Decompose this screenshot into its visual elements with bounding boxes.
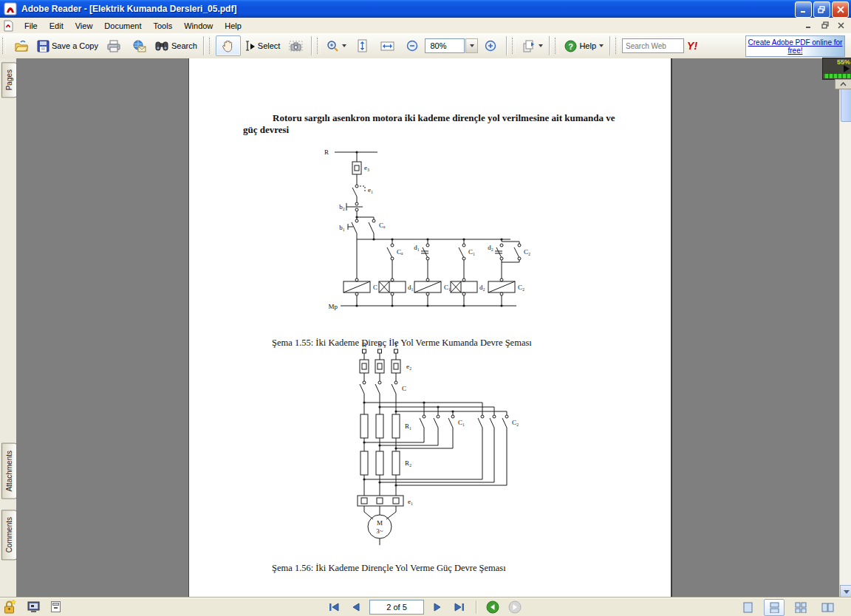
vertical-scrollbar[interactable] [839, 58, 851, 597]
single-page-view-button[interactable] [737, 599, 758, 616]
binoculars-icon [154, 41, 169, 52]
last-page-button[interactable] [451, 600, 468, 615]
next-page-button[interactable] [428, 600, 446, 615]
page-layout-controls [737, 599, 838, 615]
label-phase-r: R [362, 341, 366, 349]
minimize-button[interactable] [795, 1, 812, 18]
navigation-pane: Pages Attachments Comments [0, 58, 17, 597]
hand-tool-button[interactable] [216, 35, 241, 56]
help-button[interactable]: ? Help [561, 35, 606, 56]
zoom-in-icon [485, 40, 496, 52]
tab-pages[interactable]: Pages [1, 62, 17, 97]
menu-view[interactable]: View [69, 20, 99, 32]
label-coil-c1: C₁ [444, 284, 451, 291]
magnifier-plus-icon [327, 40, 339, 52]
doc-restore-button[interactable] [819, 20, 830, 30]
facing-view-button[interactable] [817, 599, 838, 616]
menu-help[interactable]: Help [219, 20, 247, 32]
label-overload-e1: e₁ [368, 186, 373, 194]
tab-attachments[interactable]: Attachments [1, 443, 17, 499]
label-fuse-e2: e₂ [406, 363, 411, 370]
separator [203, 36, 204, 55]
hand-icon [222, 39, 234, 52]
previous-page-button[interactable] [347, 600, 365, 615]
document-area[interactable]: Rotoru sargılı asenkron motora iki kadem… [16, 58, 839, 597]
select-tool-button[interactable]: Select [241, 35, 284, 56]
screen-view-icon[interactable] [27, 601, 40, 613]
titlebar[interactable]: Adobe Reader - [Elektrik Kumanda Dersler… [0, 0, 851, 18]
separator [609, 36, 610, 55]
fit-width-icon [380, 41, 394, 52]
zoom-level-combo[interactable]: 80% [425, 38, 465, 53]
continuous-facing-view-button[interactable] [790, 599, 811, 616]
search-button[interactable]: Search [151, 35, 200, 56]
restore-button[interactable] [813, 1, 830, 18]
label-motor-m: M [377, 519, 383, 527]
print-button[interactable] [101, 35, 126, 56]
email-button[interactable] [126, 35, 151, 56]
label-fuse-e3: e₃ [364, 164, 369, 171]
previous-view-button[interactable] [484, 600, 502, 615]
fit-width-button[interactable] [375, 35, 400, 56]
doc-minimize-button[interactable] [803, 20, 814, 30]
security-lock-icon[interactable] [1, 599, 17, 615]
zoom-tool-button[interactable] [324, 35, 349, 56]
label-contact-ca: Cₐ [397, 248, 403, 256]
menu-document[interactable]: Document [98, 20, 147, 32]
zoom-out-button[interactable] [400, 35, 425, 56]
play-icon [844, 65, 850, 72]
zoom-in-button[interactable] [478, 35, 503, 56]
label-mp: Mp [328, 303, 338, 310]
fit-page-button[interactable] [349, 35, 375, 56]
zoom-level-value: 80% [430, 41, 446, 50]
control-circuit-diagram: R e₃ e₁ b₂ [318, 143, 540, 317]
collapse-chevron-button[interactable] [835, 79, 851, 89]
close-button[interactable] [832, 1, 849, 18]
search-label: Search [171, 41, 197, 50]
label-contacts-c1: C₁ [458, 419, 465, 426]
toolbar-grip[interactable] [555, 38, 558, 54]
snapshot-button[interactable] [283, 35, 308, 56]
text-select-icon [244, 40, 256, 52]
progress-bar [824, 74, 851, 78]
create-pdf-online-ad[interactable]: Create Adobe PDF online for free! [745, 35, 845, 57]
adobe-reader-icon [4, 2, 17, 16]
menu-tools[interactable]: Tools [148, 20, 179, 32]
save-a-copy-button[interactable]: Save a Copy [34, 35, 101, 56]
label-coil-d2: d₂ [479, 284, 485, 291]
create-pdf-button[interactable] [519, 35, 546, 56]
label-phase-s: S [377, 341, 381, 349]
doc-close-button[interactable] [835, 20, 847, 30]
toolbar-grip[interactable] [615, 38, 619, 54]
toolbar-grip[interactable] [512, 38, 516, 54]
toolbar-grip[interactable] [2, 38, 6, 54]
ad-link-text[interactable]: Create Adobe PDF online for free! [746, 38, 844, 55]
email-icon [131, 40, 146, 52]
separator [311, 36, 312, 55]
continuous-view-button[interactable] [764, 599, 785, 616]
page-view-icon[interactable] [50, 600, 61, 613]
menu-file[interactable]: File [18, 20, 44, 32]
open-button[interactable] [9, 35, 34, 56]
menu-window[interactable]: Window [178, 20, 219, 32]
zoom-combo-caret[interactable] [465, 38, 478, 53]
search-web-input[interactable] [622, 38, 684, 53]
open-folder-icon [14, 39, 29, 52]
statusbar: 2 of 5 [0, 597, 851, 616]
dropdown-caret [599, 44, 604, 47]
toolbar-grip[interactable] [317, 38, 321, 54]
toolbar-grip[interactable] [209, 38, 213, 54]
adobe-reader-window: Adobe Reader - [Elektrik Kumanda Dersler… [0, 0, 851, 616]
label-r2: R₂ [405, 459, 411, 467]
next-view-button[interactable] [506, 600, 524, 615]
tab-pages-label: Pages [5, 69, 13, 90]
label-stop-b2: b₂ [339, 203, 345, 211]
tab-comments[interactable]: Comments [1, 510, 17, 560]
page-number-field[interactable]: 2 of 5 [369, 600, 424, 615]
first-page-button[interactable] [325, 600, 343, 615]
help-label: Help [579, 41, 596, 50]
menu-edit[interactable]: Edit [44, 20, 69, 32]
menubar: File Edit View Document Tools Window Hel… [0, 18, 851, 34]
caption-2: Şema 1.56: İki Kademe Dirençle Yol Verme… [272, 563, 506, 574]
separator [549, 36, 550, 55]
